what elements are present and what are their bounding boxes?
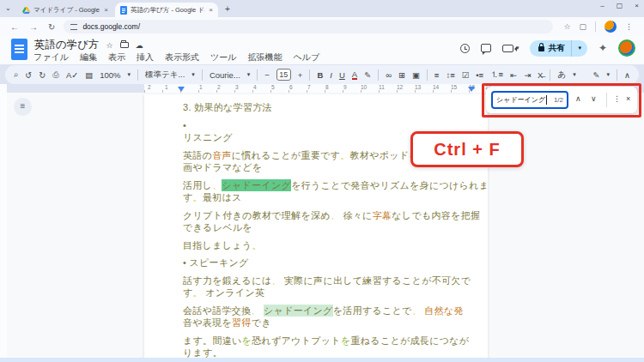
doc-heading[interactable]: 3. 効果的な学習方法: [183, 101, 481, 114]
search-menus-icon[interactable]: ⌕: [14, 69, 18, 80]
outdent-icon[interactable]: ⇤: [510, 70, 517, 80]
divider: [202, 69, 203, 81]
font-size-decrease-button[interactable]: −: [264, 70, 270, 80]
paragraph[interactable]: クリプト付きの教材で理解を深め、 徐々に字幕なしでも内容を把握できるレベルを: [183, 209, 481, 234]
font-caret-icon[interactable]: ▾: [247, 71, 251, 78]
zoom-select[interactable]: 100%: [100, 70, 120, 80]
move-folder-icon[interactable]: [120, 42, 129, 48]
insert-image-icon[interactable]: ▣: [412, 70, 420, 80]
zoom-caret-icon[interactable]: ▾: [127, 71, 131, 78]
text-segment: クリプト付きの教材で理解を深め: [183, 210, 331, 220]
menu-bar: ファイル編集表示挿入表示形式ツール拡張機能ヘルプ: [33, 51, 319, 63]
account-avatar[interactable]: [618, 39, 635, 57]
document-title[interactable]: 英語の学び方: [34, 38, 100, 52]
tab-close-icon[interactable]: ×: [104, 6, 108, 14]
italic-button[interactable]: I: [330, 70, 332, 80]
add-comment-icon[interactable]: ⊞: [398, 70, 405, 80]
tab-docs-active[interactable]: 英語の学び方 - Google ドキュメン ×: [115, 3, 218, 17]
find-next-icon[interactable]: ∨: [591, 94, 597, 103]
window-maximize-button[interactable]: ▢: [617, 2, 623, 9]
font-size-input[interactable]: 15: [276, 69, 291, 81]
comments-icon[interactable]: [481, 44, 491, 52]
menu-item[interactable]: 表示: [108, 51, 125, 63]
browser-profile-avatar[interactable]: [605, 21, 617, 33]
bookmark-star-icon[interactable]: ☆: [563, 22, 570, 31]
url-text: docs.google.com/: [82, 22, 140, 31]
star-document-icon[interactable]: ☆: [106, 41, 113, 50]
side-panel-icon[interactable]: ▢: [579, 22, 586, 31]
document-outline-button[interactable]: ≡: [14, 98, 32, 116]
input-tools-caret-icon[interactable]: ▾: [573, 71, 576, 78]
text-segment: ます。間違い: [183, 335, 242, 346]
line-spacing-icon[interactable]: ↕≡: [446, 70, 454, 80]
tab-close-icon[interactable]: ×: [209, 6, 213, 14]
find-close-icon[interactable]: ×: [626, 94, 630, 103]
insert-link-icon[interactable]: ∞: [386, 70, 392, 80]
checklist-icon[interactable]: ☑: [462, 70, 470, 80]
gemini-sparkle-icon[interactable]: ✦: [598, 42, 607, 54]
menu-item[interactable]: ヘルプ: [293, 51, 319, 63]
undo-icon[interactable]: ↺: [25, 70, 32, 80]
omnibox[interactable]: docs.google.com/: [64, 20, 553, 33]
find-input[interactable]: シャドーイング 1/2: [491, 91, 568, 109]
print-icon[interactable]: ⎙: [52, 69, 59, 80]
site-info-icon[interactable]: [70, 24, 77, 30]
divider: [550, 69, 550, 81]
menu-item[interactable]: 表示形式: [165, 51, 199, 63]
share-caret-icon[interactable]: ▾: [572, 45, 587, 51]
browser-menu-kebab-icon[interactable]: ⋮: [625, 22, 633, 31]
menu-item[interactable]: 編集: [80, 51, 97, 63]
menu-item[interactable]: ツール: [210, 51, 236, 63]
text-color-button[interactable]: A: [352, 70, 357, 80]
paragraph[interactable]: • スピーキング: [183, 256, 481, 269]
text-segment: 実際に声に出して練習することが不可欠で: [282, 275, 471, 286]
bold-button[interactable]: B: [317, 70, 323, 80]
font-size-increase-button[interactable]: +: [298, 70, 303, 80]
window-close-button[interactable]: ×: [635, 2, 639, 9]
menu-item[interactable]: 挿入: [137, 51, 154, 63]
indent-icon[interactable]: ⇥: [524, 70, 531, 80]
paint-format-icon[interactable]: ▤: [85, 70, 93, 80]
paragraph[interactable]: ます。間違いを恐れずアウトプットを重ねることが成長につながります。: [183, 335, 481, 359]
cloud-status-icon[interactable]: ☁: [136, 41, 143, 50]
window-minimize-button[interactable]: –: [600, 2, 604, 9]
clear-formatting-icon[interactable]: X̶: [538, 70, 543, 80]
reload-icon[interactable]: ↻: [48, 22, 55, 32]
paragraph[interactable]: 話す力を鍛えるには、 実際に声に出して練習することが不可欠です。 オンライン英: [183, 275, 481, 299]
underline-button[interactable]: U: [339, 70, 345, 80]
version-history-icon[interactable]: [460, 44, 470, 53]
ruler-number: 1: [165, 84, 168, 90]
paragraph[interactable]: 会話や語学交換、 シャドーイングを活用することで、 自然な発音や表現を習得でき: [183, 305, 481, 329]
menu-item[interactable]: ファイル: [33, 51, 69, 63]
spellcheck-icon[interactable]: A✓: [66, 70, 78, 80]
paragraph-style-select[interactable]: 標準テキ...: [145, 69, 185, 81]
redo-icon[interactable]: ↻: [39, 70, 46, 80]
new-tab-button[interactable]: +: [225, 4, 230, 14]
ruler-number: 10: [361, 84, 367, 90]
align-icon[interactable]: ≡: [434, 70, 440, 80]
menu-item[interactable]: 拡張機能: [247, 51, 282, 63]
find-previous-icon[interactable]: ∧: [575, 94, 581, 103]
numbered-list-icon[interactable]: ⒈≡: [490, 69, 503, 81]
docs-logo-icon[interactable]: [11, 39, 27, 60]
bullet-list-icon[interactable]: •≡: [476, 70, 483, 80]
back-icon[interactable]: ←: [10, 22, 19, 32]
text-segment: でき: [252, 317, 271, 328]
find-options-kebab-icon[interactable]: ⋮: [613, 94, 621, 103]
paragraph[interactable]: 活用し、シャドーイングを行うことで発音やリズムを身につけられます。最初はス: [183, 179, 481, 204]
collapse-toolbar-icon[interactable]: ∧: [624, 70, 630, 80]
text-segment: を: [242, 335, 252, 346]
tab-search-chevron-icon[interactable]: ⌄: [5, 4, 11, 12]
tab-drive[interactable]: マイドライブ - Google ドライブ ×: [17, 3, 113, 17]
style-caret-icon[interactable]: ▾: [191, 71, 195, 78]
video-call-icon[interactable]: [502, 45, 513, 52]
editing-mode-caret-icon[interactable]: ▾: [607, 71, 611, 78]
share-button[interactable]: 共有 ▾: [530, 40, 587, 57]
ruler-number: 9: [343, 84, 347, 90]
paragraph[interactable]: 目指しましょう。: [183, 239, 481, 252]
font-select[interactable]: Courie...: [210, 70, 240, 80]
forward-icon[interactable]: →: [29, 22, 38, 32]
highlight-color-icon[interactable]: ✎: [364, 70, 371, 80]
input-tools-button[interactable]: あ: [557, 69, 566, 81]
editing-mode-icon[interactable]: ✎: [593, 70, 600, 80]
